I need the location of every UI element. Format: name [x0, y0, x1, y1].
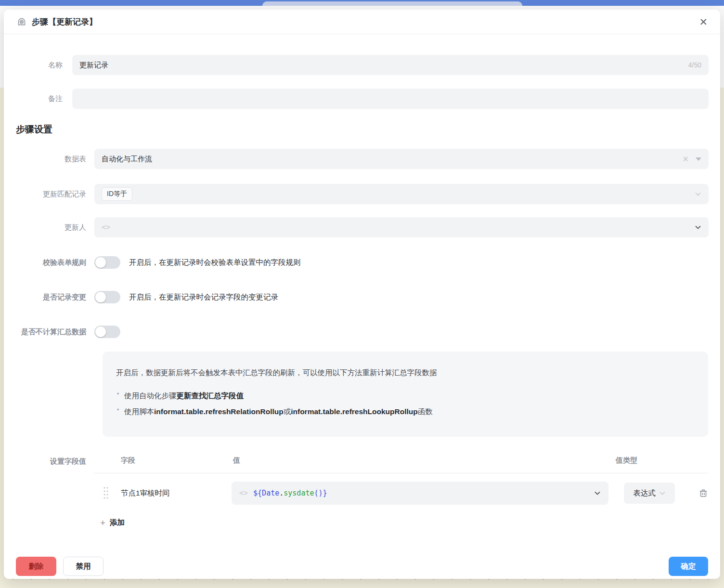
- automation-robot-icon: [16, 16, 27, 27]
- match-tag[interactable]: ID等于: [102, 187, 132, 201]
- skip-rollup-toggle[interactable]: [94, 326, 120, 338]
- chevron-down-icon[interactable]: [594, 490, 601, 497]
- code-text: sysdate: [284, 489, 314, 497]
- toggle-knob: [95, 327, 106, 337]
- bullet-bold-text: informat.table.refreshLookupRollup: [291, 407, 418, 416]
- chevron-down-icon[interactable]: [695, 191, 701, 197]
- chevron-down-icon[interactable]: [695, 224, 701, 231]
- name-input[interactable]: 更新记录 4/50: [72, 55, 709, 75]
- match-record-select[interactable]: ID等于: [94, 184, 709, 204]
- step-dialog: 步骤【更新记录】 ✕ 名称 更新记录 4/50 备注 步骤设置 数据表 自动化与…: [4, 10, 720, 579]
- rollup-info-box: 开启后，数据更新后将不会触发本表中汇总字段的刷新，可以使用以下方法重新计算汇总字…: [103, 352, 708, 437]
- datatable-value: 自动化与工作流: [102, 155, 152, 164]
- table-header-row: 字段 值 值类型: [94, 453, 708, 473]
- datatable-select[interactable]: 自动化与工作流 ✕: [94, 149, 709, 169]
- disable-button[interactable]: 禁用: [63, 557, 103, 576]
- info-intro: 开启后，数据更新后将不会触发本表中汇总字段的刷新，可以使用以下方法重新计算汇总字…: [116, 368, 695, 378]
- confirm-button[interactable]: 确定: [669, 557, 708, 576]
- datatable-row: 数据表 自动化与工作流 ✕: [4, 149, 709, 169]
- field-values-table: 字段 值 值类型 节点1审核时间 <> ${Date .: [94, 453, 708, 528]
- bullet-bold-text: informat.table.refreshRelationRollup: [154, 407, 284, 416]
- plus-icon: +: [100, 518, 105, 527]
- record-change-label: 是否记录变更: [4, 293, 94, 302]
- char-counter: 4/50: [688, 61, 701, 69]
- field-name-cell[interactable]: 节点1审核时间: [121, 488, 232, 498]
- dialog-title: 步骤【更新记录】: [32, 16, 97, 27]
- clear-icon[interactable]: ✕: [683, 155, 689, 164]
- add-field-button[interactable]: + 添加: [100, 518, 708, 528]
- bullet-text: 或: [284, 407, 291, 416]
- value-type-text: 表达式: [633, 488, 656, 498]
- field-values-section: 设置字段值 字段 值 值类型 节点1审核时间 <>: [4, 453, 708, 528]
- note-label: 备注: [4, 94, 72, 104]
- code-text: ()}: [314, 489, 327, 497]
- name-label: 名称: [4, 61, 72, 70]
- info-bullet-2: 使用脚本informat.table.refreshRelationRollup…: [116, 404, 695, 420]
- code-text: .: [279, 489, 284, 497]
- close-icon[interactable]: ✕: [699, 17, 708, 27]
- match-record-label: 更新匹配记录: [4, 190, 94, 199]
- dialog-footer: 删除 禁用 确定: [16, 557, 708, 576]
- value-type-select[interactable]: 表达式: [624, 483, 675, 504]
- column-header-type: 值类型: [616, 456, 708, 465]
- note-input[interactable]: [72, 89, 709, 109]
- bullet-text: 函数: [418, 407, 433, 416]
- bullet-bold-text: 更新查找汇总字段值: [177, 392, 244, 400]
- chevron-down-icon: [659, 490, 666, 497]
- expression-input[interactable]: <> ${Date . sysdate ()}: [232, 482, 608, 505]
- browser-tab-shape: [262, 1, 522, 6]
- match-record-row: 更新匹配记录 ID等于: [4, 184, 709, 204]
- updater-row: 更新人 <>: [4, 217, 709, 237]
- browser-top-bar: [0, 0, 724, 6]
- datatable-label: 数据表: [4, 155, 94, 164]
- table-row: 节点1审核时间 <> ${Date . sysdate ()} 表达式: [94, 482, 708, 505]
- skip-rollup-label: 是否不计算汇总数据: [4, 327, 94, 337]
- info-bullet-1: 使用自动化步骤更新查找汇总字段值: [116, 388, 695, 404]
- drag-handle-icon[interactable]: [103, 486, 109, 500]
- validate-rules-desc: 开启后，在更新记录时会校验表单设置中的字段规则: [129, 258, 301, 268]
- skip-rollup-row: 是否不计算汇总数据: [4, 326, 709, 338]
- toggle-knob: [95, 292, 106, 302]
- trash-icon[interactable]: [698, 488, 708, 498]
- note-row: 备注: [4, 89, 709, 109]
- dialog-body: 名称 更新记录 4/50 备注 步骤设置 数据表 自动化与工作流 ✕ 更新匹配记…: [4, 34, 720, 528]
- name-row: 名称 更新记录 4/50: [4, 55, 709, 75]
- column-header-value: 值: [233, 456, 616, 465]
- toggle-knob: [95, 257, 106, 268]
- field-values-label: 设置字段值: [4, 453, 94, 528]
- section-heading: 步骤设置: [16, 123, 720, 136]
- record-change-desc: 开启后，在更新记录时会记录字段的变更记录: [129, 292, 278, 302]
- column-header-field: 字段: [121, 456, 233, 465]
- caret-down-icon[interactable]: [696, 157, 701, 161]
- delete-button[interactable]: 删除: [16, 557, 56, 576]
- add-label: 添加: [110, 518, 125, 528]
- code-brackets-icon: <>: [102, 223, 110, 232]
- name-value: 更新记录: [79, 61, 108, 70]
- dialog-header: 步骤【更新记录】 ✕: [4, 10, 720, 34]
- code-text: ${Date: [253, 489, 279, 497]
- bullet-text: 使用脚本: [124, 407, 154, 416]
- record-change-row: 是否记录变更 开启后，在更新记录时会记录字段的变更记录: [4, 291, 709, 303]
- bullet-text: 使用自动化步骤: [124, 392, 177, 400]
- code-brackets-icon: <>: [239, 489, 248, 497]
- validate-rules-row: 校验表单规则 开启后，在更新记录时会校验表单设置中的字段规则: [4, 256, 709, 269]
- validate-rules-label: 校验表单规则: [4, 258, 94, 267]
- record-change-toggle[interactable]: [94, 291, 120, 303]
- validate-rules-toggle[interactable]: [94, 256, 120, 269]
- updater-label: 更新人: [4, 223, 94, 232]
- updater-select[interactable]: <>: [94, 217, 709, 237]
